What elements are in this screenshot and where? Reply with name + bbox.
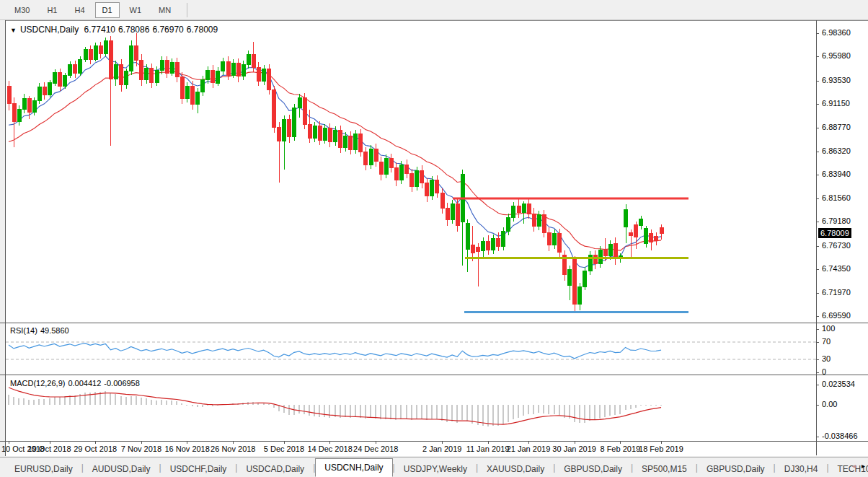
rsi-axis-label-tick <box>816 329 819 330</box>
price-axis-label-tick <box>816 128 819 128</box>
timeframe-button-mn[interactable]: MN <box>151 2 178 18</box>
rsi-axis-label: 30 <box>822 354 831 363</box>
date-tick <box>329 441 330 444</box>
macd-value-signal: -0.006958 <box>104 379 140 388</box>
price-axis-label: 6.88770 <box>822 123 851 131</box>
timeframe-buttons: M30H1H4D1W1MN <box>6 2 180 18</box>
macd-axis-label-tick <box>816 385 819 385</box>
chart-window-top-border <box>0 20 868 21</box>
date-axis-label: 24 Dec 2018 <box>353 445 398 453</box>
timeframe-button-m30[interactable]: M30 <box>7 2 37 18</box>
tab-scroll-right-icon[interactable]: ▸ <box>862 462 865 470</box>
date-axis-label: 8 Feb 2019 <box>600 445 640 453</box>
rsi-value: 49.5860 <box>40 326 69 335</box>
timeframe-button-d1[interactable]: D1 <box>95 2 120 18</box>
pane-separator-2[interactable] <box>0 375 868 375</box>
price-axis-label-tick <box>816 198 819 199</box>
price-axis-label-tick <box>816 222 819 222</box>
price-axis-label-tick <box>816 293 819 294</box>
toolbar-separator <box>187 3 187 17</box>
price-axis-label: 6.74350 <box>822 264 851 273</box>
rsi-axis-label-tick <box>816 372 819 373</box>
price-axis-label-tick <box>816 104 819 105</box>
ohlc-low: 6.76970 <box>152 25 183 35</box>
rsi-name: RSI(14) <box>10 326 37 335</box>
timeframe-button-w1[interactable]: W1 <box>123 2 149 18</box>
rsi-pane[interactable] <box>6 323 816 375</box>
date-tick <box>141 441 142 444</box>
date-tick <box>442 441 443 444</box>
date-axis-label: 16 Nov 2018 <box>164 445 209 453</box>
rsi-axis-label-tick <box>816 359 819 360</box>
chart-title: ▼USDCNH,Daily 6.774106.780866.769706.780… <box>10 25 221 35</box>
price-axis-label-tick <box>816 269 819 270</box>
pane-separator-3 <box>0 441 868 442</box>
rsi-axis-label-tick <box>816 342 819 343</box>
ohlc-high: 6.78086 <box>118 25 149 35</box>
chart-tab-sp500-m15[interactable]: SP500,M15 <box>633 461 696 477</box>
date-tick <box>233 441 234 444</box>
date-tick <box>376 441 376 444</box>
timeframe-toolbar: M30H1H4D1W1MN <box>0 0 868 20</box>
price-axis-label-tick <box>816 33 819 34</box>
price-axis-label: 6.95980 <box>822 51 851 60</box>
rsi-axis-label: 0 <box>822 367 826 376</box>
date-tick <box>50 441 50 444</box>
timeframe-button-h4[interactable]: H4 <box>67 2 92 18</box>
chart-tab-usdcad-daily[interactable]: USDCAD,Daily <box>237 461 313 477</box>
chart-tab-xauusd-daily[interactable]: XAUUSD,Daily <box>478 461 553 477</box>
date-tick <box>575 441 575 444</box>
macd-label: MACD(12,26,9)0.004412-0.006958 <box>10 379 143 388</box>
main-price-pane[interactable] <box>6 22 816 323</box>
rsi-axis-label: 100 <box>822 324 835 333</box>
price-axis-label: 6.98360 <box>822 28 851 37</box>
chart-tab-gbpusd-daily[interactable]: GBPUSD,Daily <box>555 461 631 477</box>
date-tick <box>95 441 96 444</box>
chart-tabs: EURUSD,Daily|AUDUSD,Daily|USDCHF,Daily|U… <box>6 458 868 477</box>
chart-tab-usdjpy-weekly[interactable]: USDJPY,Weekly <box>395 461 476 477</box>
chart-dropdown-icon[interactable]: ▼ <box>10 27 17 34</box>
date-axis-label: 30 Jan 2019 <box>552 445 596 453</box>
price-axis-label-tick <box>816 316 819 317</box>
chart-tab-usdcnh-daily[interactable]: USDCNH,Daily <box>315 458 392 477</box>
mt4-window: M30H1H4D1W1MN ▼USDCNH,Daily 6.774106.780… <box>0 0 868 477</box>
date-axis-label: 18 Feb 2019 <box>639 445 683 453</box>
rsi-label: RSI(14)49.5860 <box>10 326 72 335</box>
timeframe-button-h1[interactable]: H1 <box>40 2 64 18</box>
price-axis-label: 6.83940 <box>822 170 851 178</box>
date-tick <box>187 441 187 444</box>
macd-axis-label: 0.023534 <box>822 380 855 388</box>
date-tick <box>488 441 489 444</box>
ohlc-close: 6.78009 <box>187 25 218 35</box>
chart-tab-gbpusd-daily[interactable]: GBPUSD,Daily <box>698 461 774 477</box>
date-tick <box>620 441 621 444</box>
price-axis-label: 6.76730 <box>822 241 851 250</box>
date-axis-label: 14 Dec 2018 <box>307 445 352 453</box>
price-axis-label-tick <box>816 56 819 57</box>
chart-tab-usdchf-daily[interactable]: USDCHF,Daily <box>161 461 236 477</box>
date-tick <box>284 441 285 444</box>
chart-tab-dj30-h4[interactable]: DJ30,H4 <box>776 461 827 477</box>
date-tick <box>661 441 662 444</box>
macd-axis-label: 0.00 <box>822 400 837 408</box>
date-axis-label: 2 Jan 2019 <box>422 445 461 453</box>
date-axis-label: 5 Dec 2018 <box>264 445 304 453</box>
chart-tab-eurusd-daily[interactable]: EURUSD,Daily <box>6 461 81 477</box>
macd-value-main: 0.004412 <box>68 379 101 388</box>
current-price-tag: 6.78009 <box>818 228 851 238</box>
price-axis-label: 6.79180 <box>822 216 851 225</box>
chart-tab-audusd-daily[interactable]: AUDUSD,Daily <box>84 461 159 477</box>
macd-name: MACD(12,26,9) <box>10 379 65 388</box>
price-axis-label-tick <box>816 246 819 247</box>
tab-scroll-left-icon[interactable]: ◂ <box>852 462 856 470</box>
date-tick <box>528 441 529 444</box>
chart-symbol-label: USDCNH,Daily <box>20 25 79 35</box>
price-axis-label: 6.81560 <box>822 193 851 202</box>
macd-axis-label-tick <box>816 437 819 437</box>
price-axis-label: 6.86320 <box>822 146 851 155</box>
chart-window[interactable]: ▼USDCNH,Daily 6.774106.780866.769706.780… <box>0 20 868 456</box>
macd-axis-label: -0.038466 <box>822 432 858 440</box>
tab-scroll-arrows: ◂ ▸ <box>852 462 865 470</box>
pane-separator-1[interactable] <box>0 323 868 323</box>
date-axis-label: 11 Jan 2019 <box>466 445 510 453</box>
